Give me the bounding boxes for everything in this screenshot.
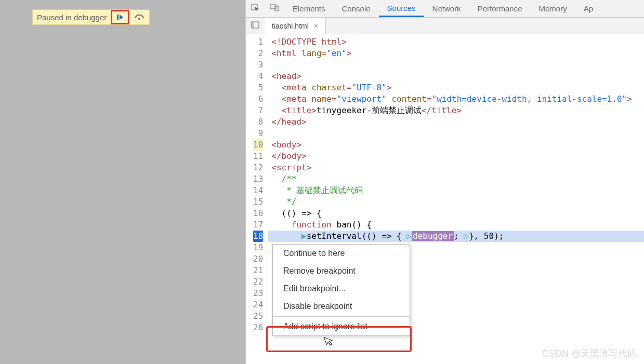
line-number[interactable]: 6	[253, 93, 263, 105]
line-number[interactable]: 3	[253, 59, 263, 71]
device-toggle-icon[interactable]	[265, 4, 284, 13]
file-tab[interactable]: tiaoshi.html ×	[265, 18, 326, 34]
code-line[interactable]: <script>	[268, 162, 644, 173]
code-line[interactable]: <meta name="viewport" content="width=dev…	[268, 93, 644, 105]
code-line[interactable]	[268, 59, 644, 71]
line-number[interactable]: 10	[253, 139, 263, 151]
code-line[interactable]: </body>	[268, 151, 644, 162]
code-line[interactable]: </head>	[268, 116, 644, 128]
context-menu-item[interactable]: Continue to here	[273, 245, 410, 262]
line-number[interactable]: 17	[253, 219, 263, 231]
line-number[interactable]: 13	[253, 173, 263, 185]
line-number[interactable]: 16	[253, 208, 263, 219]
paused-label: Paused in debugger	[33, 13, 111, 22]
devtools-tabs: ElementsConsoleSourcesNetworkPerformance…	[246, 0, 644, 18]
code-line[interactable]: * 基础禁止调试代码	[268, 185, 644, 196]
line-number[interactable]: 4	[253, 71, 263, 82]
svg-rect-7	[252, 22, 254, 28]
code-line[interactable]: */	[268, 196, 644, 208]
file-tab-name: tiaoshi.html	[272, 22, 309, 30]
context-menu-item[interactable]: Remove breakpoint	[273, 262, 410, 280]
close-icon[interactable]: ×	[314, 22, 318, 30]
context-menu-separator	[273, 316, 410, 317]
code-line[interactable]: /**	[268, 173, 644, 185]
tab-performance[interactable]: Performance	[469, 0, 531, 17]
line-number[interactable]: 12	[253, 162, 263, 173]
line-number[interactable]: 9	[253, 128, 263, 139]
inspect-icon[interactable]	[246, 4, 265, 14]
tab-ap[interactable]: Ap	[575, 0, 601, 17]
code-line[interactable]: <body>	[268, 139, 644, 151]
paused-in-debugger-overlay: Paused in debugger	[32, 9, 150, 25]
code-line[interactable]: <!DOCTYPE html>	[268, 36, 644, 48]
line-number[interactable]: 5	[253, 82, 263, 93]
line-number[interactable]: 7	[253, 105, 263, 116]
line-number[interactable]: 23	[253, 288, 263, 299]
code-line[interactable]: <head>	[268, 71, 644, 82]
line-number[interactable]: 25	[253, 311, 263, 322]
svg-marker-1	[120, 15, 123, 20]
line-number[interactable]: 18	[253, 231, 263, 242]
line-number[interactable]: 11	[253, 151, 263, 162]
resume-icon[interactable]	[116, 14, 124, 21]
svg-rect-0	[117, 15, 119, 20]
code-line[interactable]: function ban() {	[268, 219, 644, 231]
line-number[interactable]: 19	[253, 242, 263, 253]
line-number[interactable]: 1	[253, 36, 263, 48]
tab-network[interactable]: Network	[424, 0, 469, 17]
svg-point-2	[138, 18, 140, 20]
tab-console[interactable]: Console	[334, 0, 379, 17]
line-number[interactable]: 20	[253, 253, 263, 265]
code-line[interactable]: <html lang="en">	[268, 48, 644, 59]
context-menu-item-add-ignore[interactable]: Add script to ignore list	[273, 318, 410, 335]
line-number[interactable]: 2	[253, 48, 263, 59]
context-menu: Continue to hereRemove breakpointEdit br…	[272, 244, 410, 336]
context-menu-item[interactable]: Edit breakpoint...	[273, 280, 410, 298]
line-number[interactable]: 15	[253, 196, 263, 208]
sidebar-toggle-icon[interactable]	[246, 21, 265, 31]
line-number[interactable]: 26	[253, 322, 263, 333]
file-tab-bar: tiaoshi.html ×	[246, 18, 644, 34]
code-line[interactable]	[268, 128, 644, 139]
code-line[interactable]: <meta charset="UTF-8">	[268, 82, 644, 93]
tab-elements[interactable]: Elements	[284, 0, 334, 17]
line-number[interactable]: 14	[253, 185, 263, 196]
code-line[interactable]: ▶setInterval(() => { ▷debugger; ▷}, 50);	[268, 231, 644, 242]
line-number[interactable]: 8	[253, 116, 263, 128]
context-menu-item[interactable]: Disable breakpoint	[273, 298, 410, 315]
resume-button-highlight	[111, 10, 129, 24]
line-number[interactable]: 24	[253, 299, 263, 311]
line-number-gutter[interactable]: 1234567891011121314151617181920212223242…	[246, 34, 268, 364]
step-over-icon[interactable]	[129, 12, 149, 23]
line-number[interactable]: 21	[253, 265, 263, 276]
line-number[interactable]: 22	[253, 276, 263, 288]
tab-sources[interactable]: Sources	[379, 0, 424, 17]
tab-memory[interactable]: Memory	[531, 0, 575, 17]
watermark: CSDN @天黑请写代码	[542, 347, 637, 360]
code-line[interactable]: <title>tinygeeker-前端禁止调试</title>	[268, 105, 644, 116]
code-line[interactable]: (() => {	[268, 208, 644, 219]
